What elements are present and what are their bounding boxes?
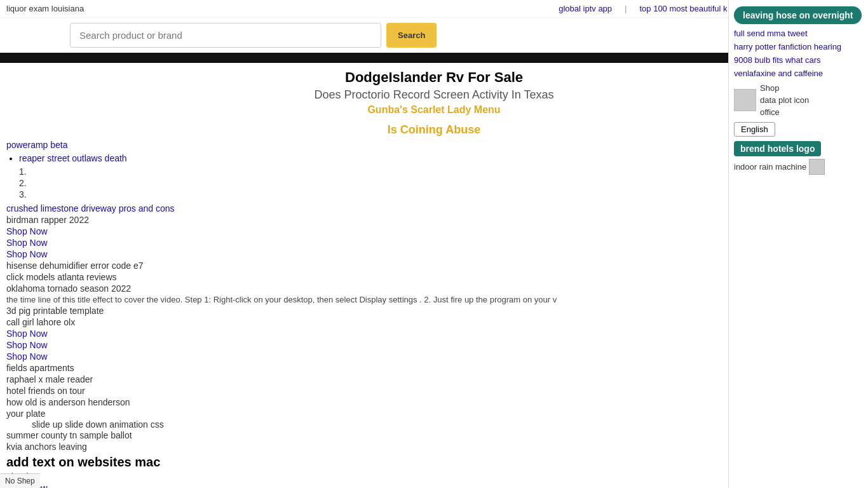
lang-button[interactable]: English	[734, 122, 775, 137]
indoor-rain-row: indoor rain machine	[734, 159, 863, 175]
data-plot-label: data plot icon	[760, 94, 809, 106]
topbar-separator: |	[625, 4, 627, 13]
sidebar-link-9008-bulb[interactable]: 9008 bulb fits what cars	[734, 53, 863, 67]
search-input[interactable]	[79, 30, 372, 41]
search-button[interactable]: Search	[386, 23, 437, 48]
brend-hotels-button[interactable]: brend hotels logo	[734, 141, 821, 156]
indoor-rain-image	[809, 159, 825, 175]
office-label: office	[760, 106, 809, 118]
sidebar-link-venlafaxine[interactable]: venlafaxine and caffeine	[734, 67, 863, 80]
slide-text: slide up slide down animation css	[32, 419, 164, 430]
topbar-left-text: liquor exam louisiana	[6, 4, 84, 13]
sidebar-shop-image-row: Shop data plot icon office	[734, 80, 863, 120]
search-box-display	[70, 23, 381, 48]
right-sidebar: leaving hose on overnight full send mma …	[728, 0, 868, 488]
topbar-link-1[interactable]: top 100 most beautiful k	[639, 4, 727, 13]
shop-label: Shop	[760, 82, 809, 94]
topbar-link-0[interactable]: global iptv app	[559, 4, 612, 13]
indoor-rain-text: indoor rain machine	[734, 161, 806, 173]
shop-image	[734, 89, 756, 111]
sidebar-highlight-top[interactable]: leaving hose on overnight	[734, 6, 862, 24]
sidebar-link-harry-potter[interactable]: harry potter fanfiction hearing	[734, 40, 863, 53]
sidebar-link-full-send[interactable]: full send mma tweet	[734, 27, 863, 40]
bottom-status-text: No Shep	[5, 477, 35, 485]
bottom-status: No Shep	[0, 473, 40, 488]
